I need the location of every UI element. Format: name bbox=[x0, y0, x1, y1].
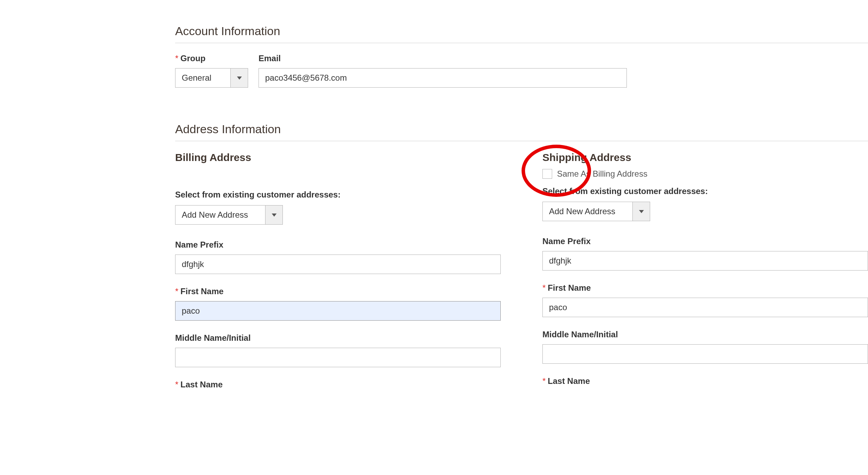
group-select-value[interactable]: General bbox=[175, 68, 231, 88]
billing-address-select-toggle[interactable] bbox=[265, 205, 283, 225]
shipping-address-select-value[interactable]: Add New Address bbox=[542, 202, 633, 221]
billing-first-input[interactable] bbox=[175, 301, 501, 321]
billing-prefix-input[interactable] bbox=[175, 255, 501, 274]
required-indicator: * bbox=[542, 376, 546, 386]
billing-first-field: * First Name bbox=[175, 287, 501, 321]
billing-last-label: Last Name bbox=[180, 380, 222, 389]
shipping-first-input[interactable] bbox=[542, 298, 868, 317]
address-info-heading: Address Information bbox=[175, 122, 868, 141]
billing-prefix-field: Name Prefix bbox=[175, 240, 501, 274]
billing-address-column: Billing Address Select from existing cus… bbox=[175, 152, 501, 402]
shipping-address-select-toggle[interactable] bbox=[633, 202, 650, 221]
same-as-billing-label: Same As Billing Address bbox=[557, 169, 647, 179]
shipping-address-select[interactable]: Add New Address bbox=[542, 202, 650, 221]
billing-first-label: First Name bbox=[180, 287, 223, 296]
shipping-address-column: Shipping Address Same As Billing Address… bbox=[542, 152, 868, 402]
shipping-last-field: * Last Name bbox=[542, 376, 868, 386]
billing-middle-input[interactable] bbox=[175, 348, 501, 367]
email-field: Email bbox=[259, 54, 627, 88]
shipping-address-title: Shipping Address bbox=[542, 152, 868, 163]
billing-prefix-label: Name Prefix bbox=[175, 240, 223, 250]
shipping-middle-input[interactable] bbox=[542, 344, 868, 364]
billing-address-title: Billing Address bbox=[175, 152, 501, 163]
email-input[interactable] bbox=[259, 68, 627, 88]
shipping-first-field: * First Name bbox=[542, 283, 868, 317]
chevron-down-icon bbox=[639, 210, 644, 213]
shipping-middle-field: Middle Name/Initial bbox=[542, 330, 868, 364]
shipping-prefix-input[interactable] bbox=[542, 251, 868, 271]
chevron-down-icon bbox=[237, 77, 242, 80]
shipping-prefix-label: Name Prefix bbox=[542, 236, 591, 246]
group-select-toggle[interactable] bbox=[231, 68, 248, 88]
account-info-row: * Group General Email bbox=[175, 54, 868, 88]
billing-middle-label: Middle Name/Initial bbox=[175, 333, 251, 343]
shipping-first-label: First Name bbox=[548, 283, 591, 293]
email-label: Email bbox=[259, 54, 281, 63]
account-info-heading: Account Information bbox=[175, 24, 868, 43]
required-indicator: * bbox=[175, 380, 178, 389]
billing-last-field: * Last Name bbox=[175, 380, 501, 389]
billing-address-select[interactable]: Add New Address bbox=[175, 205, 283, 225]
billing-middle-field: Middle Name/Initial bbox=[175, 333, 501, 367]
shipping-select-label: Select from existing customer addresses: bbox=[542, 186, 868, 196]
chevron-down-icon bbox=[272, 214, 277, 217]
group-select[interactable]: General bbox=[175, 68, 248, 88]
shipping-prefix-field: Name Prefix bbox=[542, 236, 868, 271]
billing-address-select-value[interactable]: Add New Address bbox=[175, 205, 265, 225]
required-indicator: * bbox=[542, 283, 546, 293]
billing-select-label: Select from existing customer addresses: bbox=[175, 190, 501, 200]
required-indicator: * bbox=[175, 54, 178, 63]
same-as-billing-row: Same As Billing Address bbox=[542, 169, 868, 179]
required-indicator: * bbox=[175, 287, 178, 296]
same-as-billing-checkbox[interactable] bbox=[542, 169, 552, 179]
shipping-last-label: Last Name bbox=[548, 376, 590, 386]
group-label: Group bbox=[180, 54, 205, 63]
group-field: * Group General bbox=[175, 54, 248, 88]
shipping-middle-label: Middle Name/Initial bbox=[542, 330, 618, 339]
